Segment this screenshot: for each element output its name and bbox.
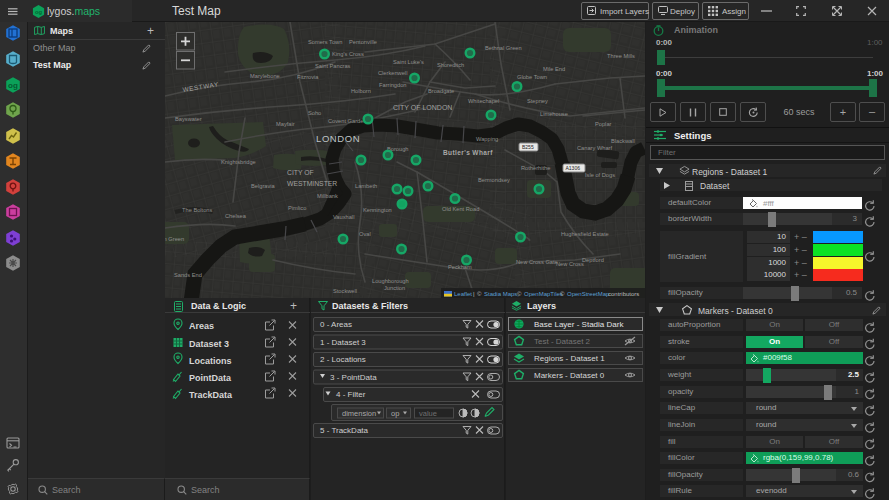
svg-text:©: © [517,291,522,297]
svg-text:Areas: Areas [189,321,214,331]
svg-text:Bermondsey: Bermondsey [478,177,510,183]
svg-text:contributors: contributors [608,291,639,297]
svg-text:Broadgate: Broadgate [428,88,454,94]
svg-text:Covent Garden: Covent Garden [328,118,367,124]
svg-text:Loughborough: Loughborough [372,278,409,284]
svg-text:Poplar: Poplar [595,121,612,127]
svg-text:Base Layer - Stadia Dark: Base Layer - Stadia Dark [534,320,624,329]
svg-text:Saint Pancras: Saint Pancras [315,63,351,69]
svg-text:Blackwall: Blackwall [611,138,635,144]
svg-text:New Cross Gate: New Cross Gate [516,259,558,265]
svg-text:Soho: Soho [308,110,321,116]
svg-text:©: © [560,291,565,297]
svg-text:©: © [477,291,482,297]
svg-text:Deptford: Deptford [582,257,604,263]
svg-text:2 - Locations: 2 - Locations [320,355,366,364]
svg-text:Saint Luke's: Saint Luke's [393,59,424,65]
svg-text:Sands End: Sands End [174,272,202,278]
svg-text:Pentonville: Pentonville [349,39,377,45]
svg-text:Chelsea: Chelsea [225,213,247,219]
svg-text:op: op [391,409,399,418]
svg-text:Clerkenwell: Clerkenwell [378,70,407,76]
svg-text:Three Mills: Three Mills [607,53,635,59]
svg-text:Fitzrovia: Fitzrovia [297,74,319,80]
svg-text:PointData: PointData [189,373,232,383]
svg-text:m Green: m Green [165,236,184,242]
svg-text:Leaflet: Leaflet [454,291,472,297]
svg-text:CITY OF: CITY OF [287,169,314,176]
svg-text:Bethnal Green: Bethnal Green [485,45,522,51]
svg-text:0 - Areas: 0 - Areas [320,320,352,329]
svg-text:Old Kent Road: Old Kent Road [442,206,479,212]
svg-text:Kennington: Kennington [363,207,392,213]
svg-text:dimension: dimension [342,409,376,418]
svg-text:4 - Filter: 4 - Filter [336,390,366,399]
svg-text:Hughesfield Estate: Hughesfield Estate [561,231,609,237]
svg-text:5 - TrackData: 5 - TrackData [320,426,369,435]
svg-text:Stockwell: Stockwell [333,288,357,294]
svg-text:Dataset 3: Dataset 3 [189,339,229,349]
svg-text:Lambeth: Lambeth [355,183,377,189]
svg-text:TrackData: TrackData [189,390,233,400]
svg-text:Shoreditch: Shoreditch [437,62,464,68]
svg-text:Regions - Dataset 1: Regions - Dataset 1 [534,354,605,363]
svg-text:The Boltons: The Boltons [182,207,213,213]
svg-text:Rotherhithe: Rotherhithe [521,165,550,171]
svg-text:Wapping: Wapping [476,136,498,142]
svg-text:CITY OF LONDON: CITY OF LONDON [393,104,452,111]
svg-text:Locations: Locations [189,356,232,366]
svg-text:B255: B255 [522,144,534,150]
svg-text:Millbank: Millbank [317,193,338,199]
svg-text:New Cross: New Cross [556,261,584,267]
svg-text:Belgravia: Belgravia [251,183,276,189]
svg-text:1 - Dataset 3: 1 - Dataset 3 [320,338,366,347]
svg-text:OpenStreetMap: OpenStreetMap [567,291,610,297]
svg-text:og: og [8,81,18,90]
svg-text:Farringdon: Farringdon [379,82,407,88]
svg-text:Holborn: Holborn [351,88,371,94]
svg-text:Vauxhall: Vauxhall [333,214,354,220]
svg-text:Stadia Maps,: Stadia Maps, [484,291,519,297]
svg-text:Canary Wharf: Canary Wharf [577,145,613,151]
svg-text:Junction: Junction [384,285,405,291]
svg-text:Stepney: Stepney [527,98,548,104]
svg-text:Markers - Dataset 0: Markers - Dataset 0 [534,371,605,380]
svg-text:Pimlico: Pimlico [288,205,306,211]
svg-text:A1306: A1306 [566,165,581,171]
svg-text:Whitechapel: Whitechapel [468,98,499,104]
svg-text:Oval: Oval [359,231,371,237]
svg-text:Marylebone: Marylebone [250,73,280,79]
svg-text:Butler's Wharf: Butler's Wharf [443,149,493,156]
svg-text:Mile End: Mile End [543,66,565,72]
svg-text:3 - PointData: 3 - PointData [330,373,377,382]
svg-text:King's Cross: King's Cross [332,51,364,57]
svg-text:Bayswater: Bayswater [175,116,202,122]
svg-text:Test - Dataset 2: Test - Dataset 2 [534,337,591,346]
svg-text:value: value [419,409,437,418]
svg-text:Knightsbridge: Knightsbridge [221,159,256,165]
svg-text:LONDON: LONDON [316,133,360,144]
svg-text:Mayfair: Mayfair [276,121,295,127]
svg-text:Isle of Dogs: Isle of Dogs [585,172,615,178]
svg-text:Globe Town: Globe Town [517,74,547,80]
svg-text:Limehouse: Limehouse [540,111,568,117]
svg-text:OpenMapTiles: OpenMapTiles [524,291,563,297]
svg-text:Somers Town: Somers Town [308,39,342,45]
svg-text:WESTMINSTER: WESTMINSTER [287,180,337,187]
svg-text:og: og [35,9,43,15]
